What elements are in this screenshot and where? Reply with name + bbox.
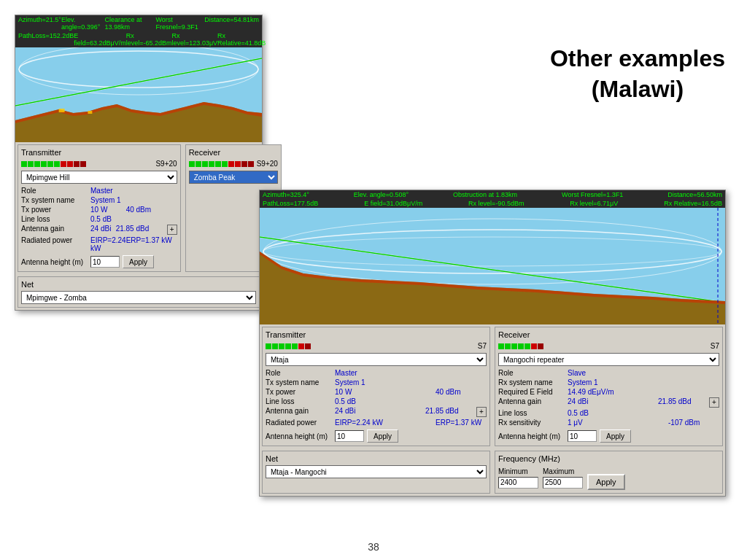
antenna-gain-label1: Antenna gain xyxy=(21,225,90,235)
req-efield-value2: 14.49 dEμV/m xyxy=(568,388,719,396)
r2seg2 xyxy=(505,343,511,349)
chart-info-obst2: Obstruction at 1.83km xyxy=(453,191,517,198)
signal-segments-rx1 xyxy=(189,161,254,167)
tx-power-row2: Tx power 10 W 40 dBm xyxy=(266,388,487,396)
freq-max-label: Maximum xyxy=(543,467,583,475)
req-efield-label2: Required E Field xyxy=(498,388,568,396)
rx-antenna-gain-value2: 24 dBi xyxy=(568,397,658,408)
terrain-svg2 xyxy=(260,208,725,324)
receiver-title1: Receiver xyxy=(189,148,278,157)
chart-info-efield2: E field=31.0dBμV/m xyxy=(364,200,422,207)
terrain-chart1 xyxy=(15,47,262,142)
signal-bar-tx2: S7 xyxy=(266,342,487,350)
signal-segments-rx2 xyxy=(498,343,708,349)
radiated-row2: Radiated power EIRP=2.24 kW ERP=1.37 kW xyxy=(266,419,487,427)
freq-min-group: Minimum xyxy=(498,467,538,489)
seg4 xyxy=(41,161,47,167)
antenna-height-row-tx1: Antenna height (m) Apply xyxy=(21,255,177,268)
plus-button-rx2[interactable]: + xyxy=(709,397,719,408)
net-section2: Net Mtaja - Mangochi xyxy=(262,451,490,494)
chart-info-fresnel1: Worst Fresnel=9.3F1 xyxy=(155,16,204,31)
panel-row2: Transmitter S7 Mtaja xyxy=(260,324,725,448)
antenna-height-label-tx1: Antenna height (m) xyxy=(21,258,90,266)
chart-info-rxlevel1: Rx level=-65.2dBm xyxy=(126,32,172,47)
line-loss-value1: 0.5 dB xyxy=(90,215,177,223)
chart-info-pathloss2: PathLoss=177.5dB xyxy=(263,200,318,207)
seg3 xyxy=(34,161,40,167)
rx-role-value2: Slave xyxy=(568,369,719,377)
freq-apply-button[interactable]: Apply xyxy=(587,474,625,490)
tx-system-label1: Tx system name xyxy=(21,196,90,204)
chart-info-bar1: Azimuth=21.5° Elev. angle=0.396° Clearan… xyxy=(15,15,262,31)
chart-info-rxlevel1b: Rx level=123.03μV xyxy=(172,32,217,47)
apply-button-rx2[interactable]: Apply xyxy=(600,429,631,443)
chart-info-elev2: Elev. angle=0.508° xyxy=(354,191,409,198)
radiated-row1: Radiated power EIRP=2.24 kW ERP=1.37 kW xyxy=(21,236,177,252)
net-title1: Net xyxy=(21,280,256,289)
role-row2: Role Master xyxy=(266,369,487,377)
bottom-panels2: Net Mtaja - Mangochi Frequency (MHz) Min… xyxy=(260,448,725,496)
station-dropdown-tx1[interactable]: Mpimgwe Hill xyxy=(21,171,177,184)
tx-props1: Role Master Tx system name System 1 Tx p… xyxy=(21,187,177,252)
tx-system-row1: Tx system name System 1 xyxy=(21,196,177,204)
freq-min-input[interactable] xyxy=(498,477,538,489)
signal-label-rx1: S9+20 xyxy=(257,160,278,168)
role-row1: Role Master xyxy=(21,187,177,195)
net-dropdown2[interactable]: Mtaja - Mangochi xyxy=(266,465,487,478)
antenna-height-input-tx1[interactable] xyxy=(90,256,120,268)
tx-power-label1: Tx power xyxy=(21,206,90,214)
window1: Azimuth=21.5° Elev. angle=0.396° Clearan… xyxy=(15,15,263,311)
antenna-height-input-rx2[interactable] xyxy=(568,430,597,442)
role-value2: Master xyxy=(335,369,487,377)
receiver-panel2: Receiver S7 Mangochi repeater xyxy=(495,327,723,446)
station-dropdown-rx2[interactable]: Mangochi repeater xyxy=(498,353,719,366)
station-dropdown-rx1[interactable]: Zomba Peak xyxy=(189,171,278,184)
antenna-gain-row1: Antenna gain 24 dBi 21.85 dBd + xyxy=(21,225,177,235)
station-dropdown-tx2[interactable]: Mtaja xyxy=(266,353,487,366)
station-dropdown-row-tx1[interactable]: Mpimgwe Hill xyxy=(21,171,177,184)
antenna-height-input-tx2[interactable] xyxy=(335,430,364,442)
chart-info-rxrel2: Rx Relative=16.5dB xyxy=(664,200,722,207)
r2seg5 xyxy=(525,343,530,349)
r2seg4 xyxy=(518,343,524,349)
rx-sens-label2: Rx sensitivity xyxy=(498,419,568,427)
t2seg7 xyxy=(305,343,311,349)
slide-title-line2: (Malawi) xyxy=(550,74,725,105)
rx-line-loss-value2: 0.5 dB xyxy=(568,409,719,417)
seg5 xyxy=(47,161,53,167)
plus-button-tx2[interactable]: + xyxy=(476,407,487,417)
rseg1 xyxy=(189,161,195,167)
antenna-height-row-rx2: Antenna height (m) Apply xyxy=(498,429,719,443)
rseg7 xyxy=(228,161,234,167)
chart-info-bar2b: PathLoss=177.5dB E field=31.0dBμV/m Rx l… xyxy=(260,199,725,208)
net-dropdown1[interactable]: Mpimgwe - Zomba xyxy=(21,291,256,304)
rseg8 xyxy=(235,161,241,167)
t2seg2 xyxy=(272,343,278,349)
rseg9 xyxy=(241,161,247,167)
apply-button-tx2[interactable]: Apply xyxy=(367,429,398,443)
station-dropdown-row-tx2[interactable]: Mtaja xyxy=(266,353,487,366)
rseg5 xyxy=(215,161,221,167)
station-dropdown-row-rx2[interactable]: Mangochi repeater xyxy=(498,353,719,366)
antenna-gain-value2-1: 21.85 dBd xyxy=(116,225,167,235)
freq-max-input[interactable] xyxy=(543,477,583,489)
signal-bar-rx1: S9+20 xyxy=(189,160,278,168)
tx-system-value1: System 1 xyxy=(90,196,177,204)
r2seg1 xyxy=(498,343,504,349)
tx-power-value1: 10 W xyxy=(90,206,126,214)
r2seg6 xyxy=(531,343,537,349)
freq-min-label: Minimum xyxy=(498,467,538,475)
apply-button-tx1[interactable]: Apply xyxy=(123,255,154,268)
antenna-gain-row2: Antenna gain 24 dBi 21.85 dBd + xyxy=(266,407,487,417)
chart-info-efield1: E field=63.2dBμV/m xyxy=(74,32,125,47)
t2seg5 xyxy=(292,343,298,349)
signal-segments-tx1 xyxy=(21,161,152,167)
plus-button-tx1[interactable]: + xyxy=(167,225,177,235)
radiated-label2: Radiated power xyxy=(266,419,335,427)
seg10 xyxy=(80,161,86,167)
req-efield-row2: Required E Field 14.49 dEμV/m xyxy=(498,388,719,396)
terrain-svg1 xyxy=(15,47,262,142)
station-dropdown-row-rx1[interactable]: Zomba Peak xyxy=(189,171,278,184)
transmitter-panel2: Transmitter S7 Mtaja xyxy=(262,327,490,446)
frequency-row2: Minimum Maximum Apply xyxy=(498,465,719,490)
